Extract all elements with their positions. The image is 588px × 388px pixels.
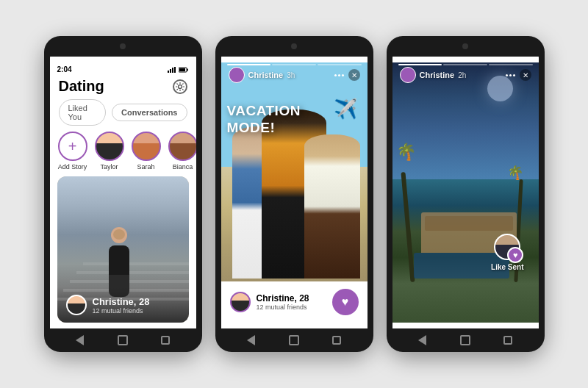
story-username-2: Christine — [248, 71, 284, 79]
story-item-2[interactable]: Sarah — [131, 132, 162, 170]
story-user-info-2: Christine 3h — [229, 67, 295, 83]
progress-3-1 — [398, 64, 442, 65]
story-card-mutual-2: 12 mutual friends — [257, 303, 309, 311]
story-header-2: Christine 3h ✕ — [221, 67, 368, 83]
story-card-name-2: Christine, 28 — [257, 293, 309, 303]
camera-dot-3 — [462, 43, 468, 49]
like-button-2[interactable]: ♥ — [332, 289, 359, 315]
phone-screen-1: 2:04 — [50, 42, 196, 346]
home-button-1[interactable] — [116, 334, 129, 347]
svg-rect-1 — [170, 69, 171, 73]
palm-leaves-2: 🌴 — [507, 165, 523, 181]
mutual-friends: 12 mutual friends — [93, 307, 150, 315]
close-story-button[interactable]: ✕ — [348, 69, 360, 81]
phone-story-view: VACATION MODE! ✈️ Christine — [215, 36, 373, 352]
tab-conversations[interactable]: Conversations — [112, 104, 187, 121]
story-avatar-2 — [132, 132, 161, 161]
story-card-info-2: Christine, 28 12 mutual friends — [257, 293, 309, 311]
resort-fullscreen: 🌴 🌴 — [392, 62, 539, 323]
back-button-2[interactable] — [245, 334, 258, 347]
phone-screen-2: VACATION MODE! ✈️ Christine — [221, 42, 368, 346]
palm-leaves-1: 🌴 — [396, 143, 416, 162]
progress-3-3 — [489, 64, 533, 65]
phone-notch-2 — [215, 36, 373, 57]
more-options-icon-3[interactable] — [506, 74, 515, 76]
story-user-avatar-3 — [400, 67, 416, 83]
settings-icon[interactable] — [173, 79, 187, 94]
gear-svg — [175, 82, 185, 92]
phone-nav-bar-1 — [44, 328, 202, 352]
story-name-3: Bianca — [173, 163, 193, 170]
phone-notch — [44, 36, 202, 57]
story-overlay-text: VACATION MODE! — [227, 103, 345, 137]
status-icons — [168, 67, 189, 73]
like-sent-popup: ♥ Like Sent — [491, 234, 523, 271]
stories-row: + Add Story Taylor Sarah Bianca — [50, 132, 196, 176]
story-header-3: Christine 2h ✕ — [392, 67, 539, 83]
like-sent-heart-icon: ♥ — [507, 247, 523, 263]
recents-button-1[interactable] — [159, 334, 172, 347]
app-title: Dating — [59, 78, 104, 95]
home-button-3[interactable] — [459, 334, 472, 347]
story-name-1: Taylor — [100, 163, 118, 170]
phone-nav-bar-2 — [215, 328, 373, 352]
card-text: Christine, 28 12 mutual friends — [93, 296, 150, 315]
svg-point-7 — [178, 85, 182, 88]
camera-dot-2 — [291, 43, 297, 49]
phone-notch-3 — [387, 36, 545, 57]
phone-nav-bar-3 — [387, 328, 545, 352]
card-small-avatar — [66, 295, 87, 315]
story-item-3[interactable]: Bianca — [168, 132, 196, 170]
progress-seg-1 — [227, 64, 271, 65]
story-progress-bars — [227, 64, 362, 65]
add-story-item[interactable]: + Add Story — [57, 132, 88, 170]
tab-liked-you[interactable]: Liked You — [59, 99, 107, 126]
story-user-avatar — [229, 67, 245, 83]
person-head — [111, 227, 127, 243]
story-bottom-avatar-2 — [230, 292, 251, 312]
story-time-2: 3h — [287, 71, 295, 79]
more-options-icon[interactable] — [334, 74, 344, 76]
like-sent-text: Like Sent — [491, 263, 523, 271]
card-info-overlay: Christine, 28 12 mutual friends — [57, 287, 189, 323]
recents-button-3[interactable] — [501, 334, 514, 347]
person-right — [304, 134, 360, 279]
story-text-area: VACATION MODE! — [227, 103, 345, 137]
battery-icon — [179, 67, 189, 73]
home-button-2[interactable] — [287, 334, 301, 347]
heart-icon-2: ♥ — [342, 295, 349, 309]
svg-rect-6 — [179, 68, 185, 71]
svg-rect-0 — [168, 71, 169, 73]
status-bar: 2:04 — [50, 62, 196, 75]
recents-button-2[interactable] — [330, 334, 343, 347]
story-time-3: 2h — [458, 71, 466, 79]
story-item-1[interactable]: Taylor — [94, 132, 125, 170]
phone-screen-3: 🌴 🌴 — [392, 42, 539, 346]
like-sent-content: 🌴 🌴 — [392, 62, 539, 323]
like-sent-avatar-group: ♥ — [494, 234, 520, 260]
person-body — [109, 245, 129, 275]
scene: 2:04 — [0, 0, 588, 388]
progress-seg-3 — [318, 64, 362, 65]
main-profile-card[interactable]: Christine, 28 12 mutual friends — [57, 176, 189, 323]
story-bottom-card-2: Christine, 28 12 mutual friends ♥ — [221, 281, 368, 323]
close-story-button-3[interactable]: ✕ — [520, 69, 531, 81]
back-button-1[interactable] — [74, 334, 87, 347]
heart-small: ♥ — [513, 251, 518, 259]
story-user-info-3: Christine 2h — [400, 67, 467, 83]
add-story-button[interactable]: + — [58, 132, 87, 161]
story-username-3: Christine — [420, 71, 455, 79]
signal-icon — [168, 67, 176, 73]
story-fullscreen: VACATION MODE! ✈️ Christine — [221, 62, 368, 323]
palm-trunk-1 — [401, 172, 415, 282]
story-content: VACATION MODE! ✈️ Christine — [221, 62, 368, 323]
dating-header: Dating — [50, 75, 196, 99]
svg-rect-5 — [187, 68, 188, 71]
back-button-3[interactable] — [416, 334, 429, 347]
phone-like-sent: 🌴 🌴 — [387, 36, 545, 352]
profile-person — [101, 227, 137, 297]
time-display: 2:04 — [57, 65, 72, 73]
plane-emoji: ✈️ — [334, 98, 357, 121]
story-avatar-1 — [95, 132, 124, 161]
profile-name: Christine, 28 — [93, 296, 150, 307]
